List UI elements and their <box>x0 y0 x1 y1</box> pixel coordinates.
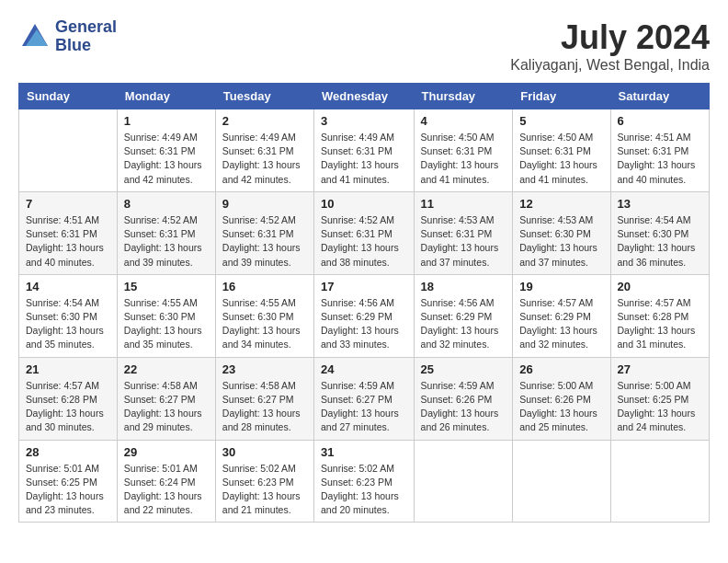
day-info: Sunrise: 4:58 AMSunset: 6:27 PMDaylight:… <box>124 379 209 435</box>
calendar-cell <box>414 440 513 523</box>
calendar-cell: 28Sunrise: 5:01 AMSunset: 6:25 PMDayligh… <box>19 440 118 523</box>
day-number: 4 <box>421 114 506 128</box>
day-number: 10 <box>321 197 407 211</box>
col-header-friday: Friday <box>513 84 610 109</box>
day-info: Sunrise: 4:58 AMSunset: 6:27 PMDaylight:… <box>222 379 307 435</box>
day-number: 7 <box>26 197 110 211</box>
day-number: 9 <box>222 197 307 211</box>
calendar-cell: 18Sunrise: 4:56 AMSunset: 6:29 PMDayligh… <box>414 274 513 357</box>
day-number: 3 <box>321 114 407 128</box>
calendar-cell: 16Sunrise: 4:55 AMSunset: 6:30 PMDayligh… <box>215 274 313 357</box>
calendar-cell: 1Sunrise: 4:49 AMSunset: 6:31 PMDaylight… <box>117 109 215 192</box>
col-header-monday: Monday <box>117 84 215 109</box>
day-number: 27 <box>618 362 702 376</box>
day-info: Sunrise: 4:53 AMSunset: 6:30 PMDaylight:… <box>519 213 603 270</box>
day-number: 14 <box>26 280 110 293</box>
calendar-table: SundayMondayTuesdayWednesdayThursdayFrid… <box>18 83 710 523</box>
location: Kaliyaganj, West Bengal, India <box>510 57 710 74</box>
day-number: 31 <box>321 445 407 459</box>
calendar-cell: 25Sunrise: 4:59 AMSunset: 6:26 PMDayligh… <box>414 357 513 440</box>
day-number: 8 <box>124 197 209 211</box>
calendar-cell: 30Sunrise: 5:02 AMSunset: 6:23 PMDayligh… <box>215 440 313 523</box>
day-number: 11 <box>421 197 506 211</box>
day-info: Sunrise: 4:51 AMSunset: 6:31 PMDaylight:… <box>618 131 702 187</box>
day-info: Sunrise: 4:52 AMSunset: 6:31 PMDaylight:… <box>321 213 407 270</box>
day-number: 17 <box>321 280 407 293</box>
day-info: Sunrise: 4:51 AMSunset: 6:31 PMDaylight:… <box>26 213 110 270</box>
day-info: Sunrise: 4:53 AMSunset: 6:31 PMDaylight:… <box>421 213 506 270</box>
day-info: Sunrise: 5:01 AMSunset: 6:25 PMDaylight:… <box>26 462 110 518</box>
logo-icon <box>18 20 51 53</box>
calendar-cell: 21Sunrise: 4:57 AMSunset: 6:28 PMDayligh… <box>19 357 118 440</box>
day-number: 20 <box>618 280 702 293</box>
day-number: 21 <box>26 362 110 376</box>
calendar-cell: 23Sunrise: 4:58 AMSunset: 6:27 PMDayligh… <box>215 357 313 440</box>
calendar-cell: 19Sunrise: 4:57 AMSunset: 6:29 PMDayligh… <box>513 274 610 357</box>
col-header-thursday: Thursday <box>414 84 513 109</box>
day-info: Sunrise: 4:49 AMSunset: 6:31 PMDaylight:… <box>124 131 209 187</box>
page-header: General Blue July 2024 Kaliyaganj, West … <box>18 18 710 74</box>
day-info: Sunrise: 4:56 AMSunset: 6:29 PMDaylight:… <box>321 296 407 352</box>
col-header-saturday: Saturday <box>610 84 709 109</box>
day-info: Sunrise: 4:57 AMSunset: 6:28 PMDaylight:… <box>26 379 110 435</box>
day-info: Sunrise: 4:52 AMSunset: 6:31 PMDaylight:… <box>124 213 209 270</box>
day-number: 25 <box>421 362 506 376</box>
day-number: 26 <box>519 362 603 376</box>
day-number: 15 <box>124 280 209 293</box>
day-number: 5 <box>519 114 603 128</box>
col-header-wednesday: Wednesday <box>314 84 415 109</box>
calendar-cell: 2Sunrise: 4:49 AMSunset: 6:31 PMDaylight… <box>215 109 313 192</box>
day-number: 19 <box>519 280 603 293</box>
calendar-cell <box>610 440 709 523</box>
logo-text: General Blue <box>55 18 117 55</box>
day-number: 29 <box>124 445 209 459</box>
day-info: Sunrise: 4:55 AMSunset: 6:30 PMDaylight:… <box>124 296 209 352</box>
day-info: Sunrise: 4:57 AMSunset: 6:29 PMDaylight:… <box>519 296 603 352</box>
day-number: 22 <box>124 362 209 376</box>
day-info: Sunrise: 4:57 AMSunset: 6:28 PMDaylight:… <box>618 296 702 352</box>
calendar-cell <box>19 109 118 192</box>
calendar-cell: 5Sunrise: 4:50 AMSunset: 6:31 PMDaylight… <box>513 109 610 192</box>
day-info: Sunrise: 4:56 AMSunset: 6:29 PMDaylight:… <box>421 296 506 352</box>
calendar-cell: 7Sunrise: 4:51 AMSunset: 6:31 PMDaylight… <box>19 191 118 274</box>
calendar-cell: 13Sunrise: 4:54 AMSunset: 6:30 PMDayligh… <box>610 191 709 274</box>
day-info: Sunrise: 4:50 AMSunset: 6:31 PMDaylight:… <box>519 131 603 187</box>
day-number: 13 <box>618 197 702 211</box>
day-info: Sunrise: 5:01 AMSunset: 6:24 PMDaylight:… <box>124 462 209 518</box>
day-number: 6 <box>618 114 702 128</box>
calendar-cell: 15Sunrise: 4:55 AMSunset: 6:30 PMDayligh… <box>117 274 215 357</box>
calendar-cell: 31Sunrise: 5:02 AMSunset: 6:23 PMDayligh… <box>314 440 415 523</box>
calendar-cell: 12Sunrise: 4:53 AMSunset: 6:30 PMDayligh… <box>513 191 610 274</box>
day-info: Sunrise: 5:02 AMSunset: 6:23 PMDaylight:… <box>222 462 307 518</box>
day-number: 24 <box>321 362 407 376</box>
day-info: Sunrise: 4:55 AMSunset: 6:30 PMDaylight:… <box>222 296 307 352</box>
day-info: Sunrise: 4:50 AMSunset: 6:31 PMDaylight:… <box>421 131 506 187</box>
calendar-cell: 29Sunrise: 5:01 AMSunset: 6:24 PMDayligh… <box>117 440 215 523</box>
day-info: Sunrise: 5:02 AMSunset: 6:23 PMDaylight:… <box>321 462 407 518</box>
day-number: 12 <box>519 197 603 211</box>
calendar-cell: 10Sunrise: 4:52 AMSunset: 6:31 PMDayligh… <box>314 191 415 274</box>
calendar-cell: 11Sunrise: 4:53 AMSunset: 6:31 PMDayligh… <box>414 191 513 274</box>
calendar-cell <box>513 440 610 523</box>
calendar-cell: 22Sunrise: 4:58 AMSunset: 6:27 PMDayligh… <box>117 357 215 440</box>
month-year: July 2024 <box>510 18 710 57</box>
day-number: 28 <box>26 445 110 459</box>
day-info: Sunrise: 5:00 AMSunset: 6:25 PMDaylight:… <box>618 379 702 435</box>
col-header-sunday: Sunday <box>19 84 118 109</box>
calendar-cell: 24Sunrise: 4:59 AMSunset: 6:27 PMDayligh… <box>314 357 415 440</box>
col-header-tuesday: Tuesday <box>215 84 313 109</box>
day-number: 18 <box>421 280 506 293</box>
day-info: Sunrise: 4:52 AMSunset: 6:31 PMDaylight:… <box>222 213 307 270</box>
calendar-cell: 9Sunrise: 4:52 AMSunset: 6:31 PMDaylight… <box>215 191 313 274</box>
day-info: Sunrise: 4:59 AMSunset: 6:26 PMDaylight:… <box>421 379 506 435</box>
calendar-cell: 20Sunrise: 4:57 AMSunset: 6:28 PMDayligh… <box>610 274 709 357</box>
day-info: Sunrise: 5:00 AMSunset: 6:26 PMDaylight:… <box>519 379 603 435</box>
calendar-cell: 27Sunrise: 5:00 AMSunset: 6:25 PMDayligh… <box>610 357 709 440</box>
logo: General Blue <box>18 18 117 55</box>
day-info: Sunrise: 4:54 AMSunset: 6:30 PMDaylight:… <box>618 213 702 270</box>
calendar-cell: 26Sunrise: 5:00 AMSunset: 6:26 PMDayligh… <box>513 357 610 440</box>
calendar-cell: 17Sunrise: 4:56 AMSunset: 6:29 PMDayligh… <box>314 274 415 357</box>
day-info: Sunrise: 4:49 AMSunset: 6:31 PMDaylight:… <box>222 131 307 187</box>
day-info: Sunrise: 4:59 AMSunset: 6:27 PMDaylight:… <box>321 379 407 435</box>
title-block: July 2024 Kaliyaganj, West Bengal, India <box>510 18 710 74</box>
